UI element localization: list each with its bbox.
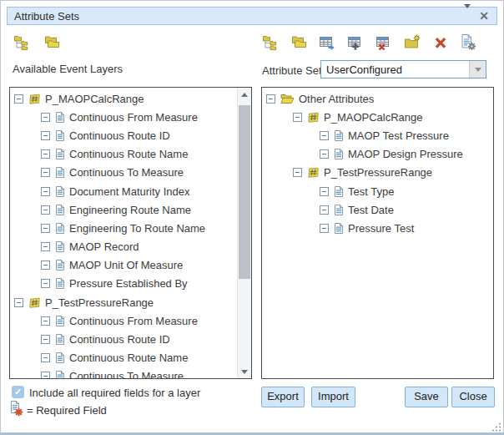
collapse-toggle[interactable] bbox=[41, 353, 50, 362]
open-attribute-set-folders-icon[interactable] bbox=[43, 33, 60, 51]
collapse-toggle[interactable] bbox=[41, 335, 50, 344]
tree-item-label[interactable]: Continuous Route ID bbox=[69, 129, 170, 142]
field-icon bbox=[55, 315, 65, 327]
open-attribute-set-folders-icon[interactable] bbox=[290, 33, 307, 51]
export-button[interactable]: Export bbox=[261, 387, 305, 407]
tree-row: Engineering To Route Name bbox=[10, 219, 237, 237]
attribute-set-tree-icon[interactable] bbox=[13, 33, 30, 51]
tree-item-label[interactable]: Test Date bbox=[348, 204, 394, 216]
collapse-toggle[interactable] bbox=[41, 316, 50, 326]
collapse-toggle[interactable] bbox=[320, 187, 329, 196]
tree-item-label[interactable]: Test Type bbox=[348, 185, 394, 198]
collapse-toggle[interactable] bbox=[320, 205, 329, 215]
collapse-toggle[interactable] bbox=[266, 94, 275, 104]
collapse-toggle[interactable] bbox=[41, 260, 50, 270]
collapse-panel-icon[interactable] bbox=[464, 8, 471, 23]
tree-item-label[interactable]: Continuous Route Name bbox=[69, 352, 188, 364]
scroll-down-icon[interactable] bbox=[238, 365, 251, 378]
tree-row: Pressure Test bbox=[262, 219, 493, 237]
collapse-toggle[interactable] bbox=[41, 187, 50, 196]
collapse-toggle[interactable] bbox=[41, 224, 50, 233]
collapse-toggle[interactable] bbox=[293, 168, 302, 177]
collapse-toggle[interactable] bbox=[320, 131, 329, 140]
tree-item-label[interactable]: MAOP Record bbox=[69, 240, 139, 253]
field-icon bbox=[55, 370, 65, 379]
field-icon bbox=[55, 333, 65, 346]
document-settings-icon[interactable] bbox=[460, 33, 477, 51]
close-icon[interactable]: ✕ bbox=[479, 10, 489, 22]
tree-row: Continuous From Measure bbox=[10, 311, 237, 330]
tree-item-label[interactable]: P_MAOPCalcRange bbox=[45, 93, 144, 105]
tree-item-label[interactable]: Continuous From Measure bbox=[69, 315, 198, 327]
event-layer-icon bbox=[28, 93, 41, 105]
tree-row: Continuous To Measure bbox=[10, 164, 237, 182]
field-icon bbox=[55, 129, 65, 142]
field-icon bbox=[55, 148, 65, 160]
delete-icon[interactable] bbox=[431, 33, 449, 51]
include-required-fields-label[interactable]: Include all required fields for a layer bbox=[29, 387, 200, 399]
collapse-toggle[interactable] bbox=[293, 113, 302, 122]
attribute-sets-dialog: Attribute Sets ✕ bbox=[0, 0, 504, 435]
tree-item-label[interactable]: P_MAOPCalcRange bbox=[324, 111, 423, 124]
collapse-toggle[interactable] bbox=[41, 279, 50, 288]
collapse-toggle[interactable] bbox=[320, 224, 329, 233]
remove-table-icon[interactable] bbox=[375, 33, 392, 51]
field-icon bbox=[334, 148, 344, 160]
collapse-toggle[interactable] bbox=[41, 168, 50, 177]
import-button[interactable]: Import bbox=[311, 387, 355, 407]
event-layer-icon bbox=[28, 296, 41, 309]
resize-grip[interactable] bbox=[491, 421, 501, 435]
export-table-icon[interactable] bbox=[318, 33, 335, 51]
add-table-icon[interactable] bbox=[346, 33, 364, 51]
tree-row: MAOP Unit Of Measure bbox=[10, 256, 237, 275]
collapse-toggle[interactable] bbox=[320, 149, 329, 159]
dropdown-arrow-button[interactable] bbox=[469, 61, 486, 78]
tree-item-label[interactable]: Continuous To Measure bbox=[69, 166, 184, 179]
folder-settings-icon[interactable] bbox=[403, 33, 421, 51]
tree-row: P_MAOPCalcRange bbox=[262, 108, 493, 126]
collapse-toggle[interactable] bbox=[41, 372, 50, 379]
tree-item-label[interactable]: MAOP Unit Of Measure bbox=[69, 259, 183, 271]
field-icon bbox=[55, 277, 65, 290]
collapse-toggle[interactable] bbox=[41, 242, 50, 251]
tree-item-label[interactable]: Continuous To Measure bbox=[69, 370, 184, 379]
collapse-toggle[interactable] bbox=[41, 113, 50, 122]
tree-item-label[interactable]: P_TestPressureRange bbox=[45, 296, 154, 309]
tree-item-label[interactable]: Other Attributes bbox=[299, 93, 374, 105]
collapse-toggle[interactable] bbox=[41, 149, 50, 159]
collapse-toggle[interactable] bbox=[14, 298, 23, 307]
tree-item-label[interactable]: Pressure Established By bbox=[69, 277, 188, 290]
tree-row: Continuous Route ID bbox=[10, 330, 237, 348]
tree-item-label[interactable]: Engineering To Route Name bbox=[69, 222, 205, 235]
collapse-toggle[interactable] bbox=[14, 94, 23, 104]
field-icon bbox=[334, 204, 344, 216]
include-required-fields-checkbox[interactable]: ✓ bbox=[12, 386, 24, 398]
tree-item-label[interactable]: Continuous From Measure bbox=[69, 111, 198, 124]
right-toolbar bbox=[261, 33, 477, 51]
tree-row: P_TestPressureRange bbox=[262, 164, 493, 182]
tree-item-label[interactable]: Engineering Route Name bbox=[69, 204, 191, 216]
attribute-set-dropdown-value[interactable]: UserConfigured bbox=[321, 61, 469, 78]
scroll-up-icon[interactable] bbox=[238, 88, 251, 101]
tree-item-label[interactable]: Continuous Route ID bbox=[69, 333, 170, 346]
scrollbar-thumb[interactable] bbox=[239, 105, 250, 279]
tree-row: P_TestPressureRange bbox=[10, 293, 237, 311]
collapse-toggle[interactable] bbox=[41, 131, 50, 140]
attribute-set-dropdown[interactable]: UserConfigured bbox=[320, 60, 486, 78]
save-button[interactable]: Save bbox=[405, 387, 448, 407]
tree-item-label[interactable]: Continuous Route Name bbox=[69, 148, 188, 160]
field-icon bbox=[334, 129, 344, 142]
tree-item-label[interactable]: Pressure Test bbox=[348, 222, 414, 235]
vertical-scrollbar[interactable] bbox=[237, 88, 251, 378]
tree-item-label[interactable]: MAOP Design Pressure bbox=[348, 148, 463, 160]
tree-row: MAOP Design Pressure bbox=[262, 145, 493, 164]
close-button[interactable]: Close bbox=[451, 387, 495, 407]
tree-item-label[interactable]: P_TestPressureRange bbox=[324, 166, 432, 179]
attribute-set-tree-icon[interactable] bbox=[261, 33, 279, 51]
field-icon bbox=[55, 222, 65, 235]
field-icon bbox=[55, 185, 65, 198]
collapse-toggle[interactable] bbox=[41, 205, 50, 215]
tree-item-label[interactable]: Document Maturity Index bbox=[69, 185, 190, 198]
tree-item-label[interactable]: MAOP Test Pressure bbox=[348, 129, 449, 142]
field-icon bbox=[55, 240, 65, 253]
